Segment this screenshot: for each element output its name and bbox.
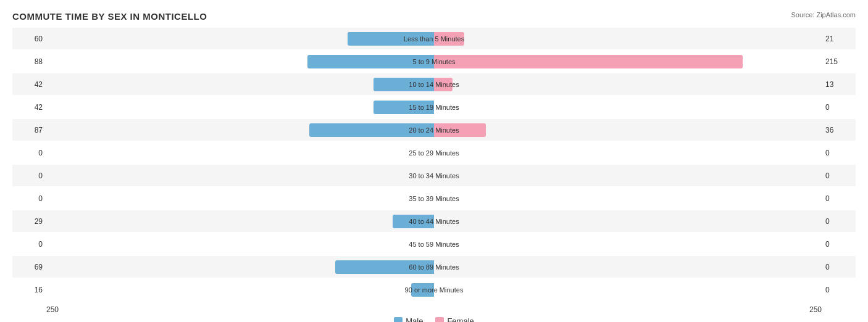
table-row: 29 40 to 44 Minutes 0	[12, 210, 856, 232]
chart-title: COMMUTE TIME BY SEX IN MONTICELLO	[12, 11, 856, 22]
row-label: 45 to 59 Minutes	[409, 241, 459, 248]
bars-wrap: 60 to 89 Minutes	[46, 256, 822, 278]
bar-female	[434, 123, 486, 137]
table-row: 0 35 to 39 Minutes 0	[12, 188, 856, 209]
legend-male-label: Male	[406, 316, 423, 322]
axis-bottom: 250 250	[12, 302, 856, 314]
bar-male	[411, 283, 434, 297]
axis-right-label: 250	[809, 305, 822, 314]
bar-male	[373, 101, 434, 114]
male-value: 0	[12, 194, 46, 203]
bars-wrap: Less than 5 Minutes	[46, 28, 822, 49]
female-value: 0	[822, 263, 856, 271]
table-row: 0 30 to 34 Minutes 0	[12, 165, 856, 186]
male-value: 87	[12, 126, 46, 134]
bars-wrap: 45 to 59 Minutes	[46, 233, 822, 255]
male-value: 29	[12, 217, 46, 226]
table-row: 42 10 to 14 Minutes 13	[12, 73, 856, 95]
legend-female-box	[435, 317, 444, 323]
bars-wrap: 30 to 34 Minutes	[46, 165, 822, 186]
bar-male	[307, 55, 434, 68]
female-value: 0	[822, 217, 856, 226]
bars-wrap: 40 to 44 Minutes	[46, 210, 822, 232]
table-row: 69 60 to 89 Minutes 0	[12, 256, 856, 278]
male-value: 42	[12, 80, 46, 89]
legend-male-box	[394, 317, 403, 323]
bar-male	[309, 123, 434, 137]
female-value: 0	[822, 286, 856, 294]
chart-container: COMMUTE TIME BY SEX IN MONTICELLO Source…	[0, 0, 868, 322]
legend-female: Female	[435, 316, 474, 322]
female-value: 13	[822, 80, 856, 89]
table-row: 60 Less than 5 Minutes 21	[12, 28, 856, 49]
row-label: 30 to 34 Minutes	[409, 172, 459, 180]
legend-female-label: Female	[447, 316, 474, 322]
bars-wrap: 35 to 39 Minutes	[46, 188, 822, 209]
axis-left-label: 250	[46, 305, 59, 314]
table-row: 42 15 to 19 Minutes 0	[12, 96, 856, 118]
male-value: 0	[12, 149, 46, 157]
male-value: 60	[12, 35, 46, 43]
table-row: 0 45 to 59 Minutes 0	[12, 233, 856, 255]
table-row: 0 25 to 29 Minutes 0	[12, 142, 856, 163]
bar-female	[434, 55, 743, 68]
male-value: 88	[12, 57, 46, 66]
bars-wrap: 90 or more Minutes	[46, 279, 822, 300]
chart-rows: 60 Less than 5 Minutes 21 88 5 to 9 Minu…	[12, 28, 856, 300]
female-value: 21	[822, 35, 856, 43]
table-row: 16 90 or more Minutes 0	[12, 279, 856, 300]
bars-wrap: 15 to 19 Minutes	[46, 96, 822, 118]
female-value: 0	[822, 149, 856, 157]
bar-female	[434, 32, 464, 46]
bar-male	[335, 260, 434, 274]
legend-male: Male	[394, 316, 423, 322]
female-value: 0	[822, 194, 856, 203]
bar-female	[434, 78, 453, 91]
male-value: 42	[12, 103, 46, 112]
female-value: 0	[822, 240, 856, 249]
bars-wrap: 20 to 24 Minutes	[46, 119, 822, 141]
row-label: 35 to 39 Minutes	[409, 195, 459, 202]
bars-wrap: 10 to 14 Minutes	[46, 73, 822, 95]
bar-male	[393, 215, 434, 228]
female-value: 0	[822, 171, 856, 180]
female-value: 36	[822, 126, 856, 134]
female-value: 215	[822, 57, 856, 66]
bars-wrap: 25 to 29 Minutes	[46, 142, 822, 163]
table-row: 87 20 to 24 Minutes 36	[12, 119, 856, 141]
bar-male	[348, 32, 434, 46]
bar-male	[373, 78, 434, 91]
male-value: 0	[12, 171, 46, 180]
table-row: 88 5 to 9 Minutes 215	[12, 51, 856, 72]
legend: Male Female	[12, 316, 856, 322]
source-label: Source: ZipAtlas.com	[791, 11, 856, 19]
male-value: 0	[12, 240, 46, 249]
row-label: 25 to 29 Minutes	[409, 149, 459, 157]
male-value: 16	[12, 286, 46, 294]
bars-wrap: 5 to 9 Minutes	[46, 51, 822, 72]
male-value: 69	[12, 263, 46, 271]
female-value: 0	[822, 103, 856, 112]
